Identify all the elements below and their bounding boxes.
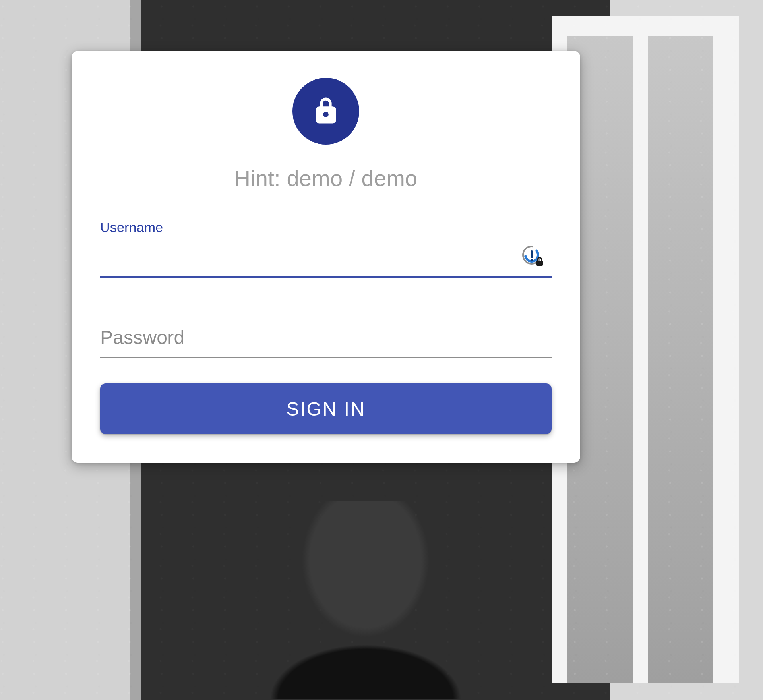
- password-input[interactable]: [100, 321, 552, 358]
- username-label: Username: [100, 220, 552, 235]
- login-hint: Hint: demo / demo: [234, 165, 418, 191]
- username-field-wrapper: Username: [100, 220, 552, 278]
- sign-in-button[interactable]: SIGN IN: [100, 383, 552, 434]
- login-avatar: [292, 78, 359, 145]
- login-card: Hint: demo / demo Username Password: [72, 51, 580, 463]
- lock-icon: [310, 95, 341, 128]
- username-input[interactable]: [100, 238, 552, 278]
- login-form: Username Password SIGN IN: [100, 220, 552, 434]
- svg-rect-4: [536, 261, 543, 266]
- password-manager-icon[interactable]: [521, 245, 544, 267]
- svg-rect-2: [531, 250, 533, 258]
- background-figure: [238, 501, 493, 699]
- password-field-wrapper: Password: [100, 321, 552, 358]
- svg-point-3: [531, 259, 533, 261]
